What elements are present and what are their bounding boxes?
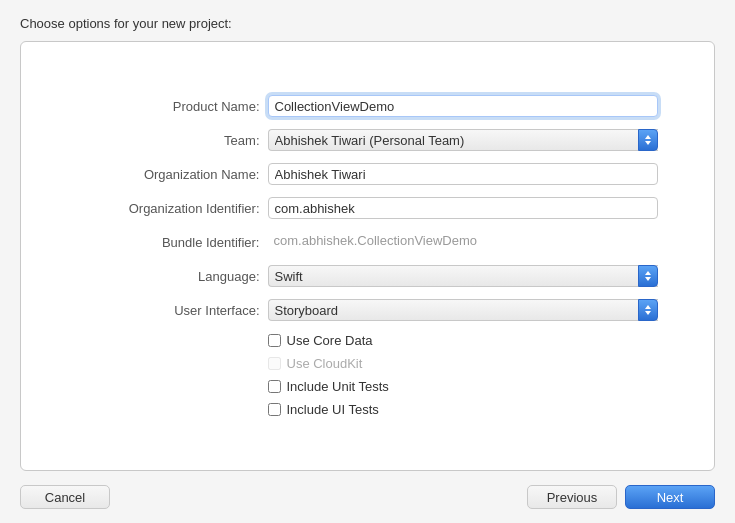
product-name-label: Product Name: bbox=[78, 99, 268, 114]
nav-buttons: Previous Next bbox=[527, 485, 715, 509]
team-row: Team: Abhishek Tiwari (Personal Team) bbox=[78, 129, 658, 151]
user-interface-label: User Interface: bbox=[78, 303, 268, 318]
bundle-identifier-label: Bundle Identifier: bbox=[78, 235, 268, 250]
language-row: Language: Swift Objective-C bbox=[78, 265, 658, 287]
use-cloudkit-row: Use CloudKit bbox=[268, 356, 658, 371]
include-ui-tests-label[interactable]: Include UI Tests bbox=[287, 402, 379, 417]
form-container: Product Name: Team: Abhishek Tiwari (Per… bbox=[78, 65, 658, 447]
org-name-input[interactable] bbox=[268, 163, 658, 185]
user-interface-row: User Interface: Storyboard SwiftUI bbox=[78, 299, 658, 321]
checkbox-group: Use Core Data Use CloudKit Include Unit … bbox=[268, 333, 658, 417]
next-button[interactable]: Next bbox=[625, 485, 715, 509]
include-unit-tests-checkbox[interactable] bbox=[268, 380, 281, 393]
team-select[interactable]: Abhishek Tiwari (Personal Team) bbox=[268, 129, 658, 151]
use-core-data-checkbox[interactable] bbox=[268, 334, 281, 347]
use-core-data-row: Use Core Data bbox=[268, 333, 658, 348]
dialog: Choose options for your new project: Pro… bbox=[0, 0, 735, 523]
team-select-wrapper: Abhishek Tiwari (Personal Team) bbox=[268, 129, 658, 151]
bundle-identifier-row: Bundle Identifier: com.abhishek.Collecti… bbox=[78, 231, 658, 253]
include-ui-tests-checkbox[interactable] bbox=[268, 403, 281, 416]
org-name-label: Organization Name: bbox=[78, 167, 268, 182]
bundle-identifier-value: com.abhishek.CollectionViewDemo bbox=[268, 231, 658, 253]
team-label: Team: bbox=[78, 133, 268, 148]
user-interface-select[interactable]: Storyboard SwiftUI bbox=[268, 299, 658, 321]
include-ui-tests-row: Include UI Tests bbox=[268, 402, 658, 417]
language-label: Language: bbox=[78, 269, 268, 284]
product-name-input[interactable] bbox=[268, 95, 658, 117]
use-cloudkit-checkbox bbox=[268, 357, 281, 370]
org-name-row: Organization Name: bbox=[78, 163, 658, 185]
previous-button[interactable]: Previous bbox=[527, 485, 617, 509]
dialog-header: Choose options for your new project: bbox=[0, 0, 735, 41]
dialog-footer: Cancel Previous Next bbox=[0, 471, 735, 523]
include-unit-tests-label[interactable]: Include Unit Tests bbox=[287, 379, 389, 394]
org-identifier-row: Organization Identifier: bbox=[78, 197, 658, 219]
use-core-data-label[interactable]: Use Core Data bbox=[287, 333, 373, 348]
org-identifier-input[interactable] bbox=[268, 197, 658, 219]
cancel-button[interactable]: Cancel bbox=[20, 485, 110, 509]
org-identifier-label: Organization Identifier: bbox=[78, 201, 268, 216]
language-select[interactable]: Swift Objective-C bbox=[268, 265, 658, 287]
product-name-row: Product Name: bbox=[78, 95, 658, 117]
include-unit-tests-row: Include Unit Tests bbox=[268, 379, 658, 394]
header-text: Choose options for your new project: bbox=[20, 16, 232, 31]
use-cloudkit-label: Use CloudKit bbox=[287, 356, 363, 371]
language-select-wrapper: Swift Objective-C bbox=[268, 265, 658, 287]
dialog-body: Product Name: Team: Abhishek Tiwari (Per… bbox=[20, 41, 715, 471]
user-interface-select-wrapper: Storyboard SwiftUI bbox=[268, 299, 658, 321]
